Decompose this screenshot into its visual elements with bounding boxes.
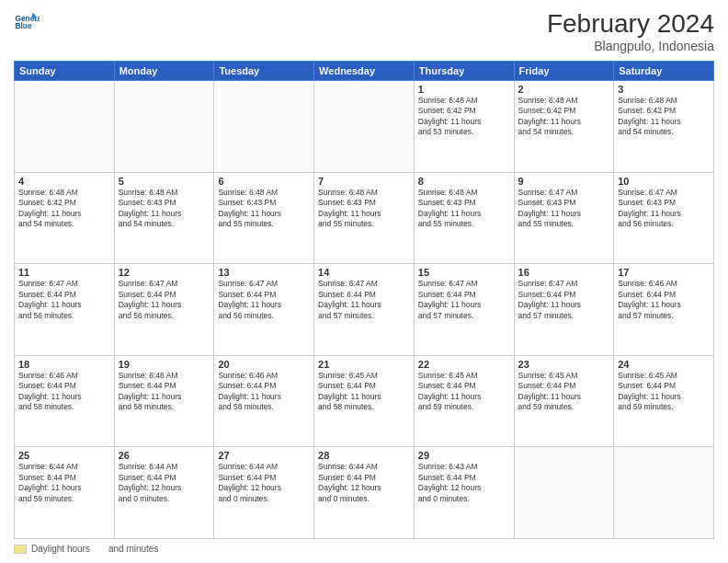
day-info: Sunrise: 6:48 AM Sunset: 6:43 PM Dayligh… <box>119 188 210 230</box>
calendar-cell: 29Sunrise: 6:43 AM Sunset: 6:44 PM Dayli… <box>414 447 514 539</box>
day-number: 9 <box>518 176 610 187</box>
week-row-4: 25Sunrise: 6:44 AM Sunset: 6:44 PM Dayli… <box>15 447 714 539</box>
calendar-cell <box>314 81 415 173</box>
day-info: Sunrise: 6:45 AM Sunset: 6:44 PM Dayligh… <box>618 371 710 413</box>
calendar-cell: 11Sunrise: 6:47 AM Sunset: 6:44 PM Dayli… <box>15 264 115 356</box>
col-header-sunday: Sunday <box>15 62 115 81</box>
day-number: 4 <box>18 176 110 187</box>
day-number: 21 <box>318 359 410 370</box>
day-info: Sunrise: 6:44 AM Sunset: 6:44 PM Dayligh… <box>218 462 310 504</box>
col-header-thursday: Thursday <box>414 62 514 81</box>
calendar-cell: 9Sunrise: 6:47 AM Sunset: 6:43 PM Daylig… <box>514 172 614 264</box>
day-number: 26 <box>119 450 210 461</box>
day-number: 7 <box>318 176 410 187</box>
day-number: 29 <box>418 450 510 461</box>
day-info: Sunrise: 6:47 AM Sunset: 6:44 PM Dayligh… <box>18 279 110 321</box>
day-number: 22 <box>418 359 510 370</box>
day-info: Sunrise: 6:43 AM Sunset: 6:44 PM Dayligh… <box>418 462 510 504</box>
day-info: Sunrise: 6:48 AM Sunset: 6:42 PM Dayligh… <box>618 96 710 138</box>
calendar-cell: 24Sunrise: 6:45 AM Sunset: 6:44 PM Dayli… <box>614 355 714 447</box>
day-info: Sunrise: 6:46 AM Sunset: 6:44 PM Dayligh… <box>119 371 210 413</box>
calendar-cell <box>15 81 115 173</box>
calendar-cell: 20Sunrise: 6:46 AM Sunset: 6:44 PM Dayli… <box>214 355 314 447</box>
calendar-cell <box>514 447 614 539</box>
legend-box-daylight <box>14 545 27 554</box>
day-info: Sunrise: 6:47 AM Sunset: 6:44 PM Dayligh… <box>119 279 210 321</box>
day-info: Sunrise: 6:47 AM Sunset: 6:44 PM Dayligh… <box>418 279 510 321</box>
calendar-cell: 13Sunrise: 6:47 AM Sunset: 6:44 PM Dayli… <box>214 264 314 356</box>
calendar-cell: 10Sunrise: 6:47 AM Sunset: 6:43 PM Dayli… <box>614 172 714 264</box>
calendar-cell <box>114 81 214 173</box>
day-info: Sunrise: 6:44 AM Sunset: 6:44 PM Dayligh… <box>18 462 110 504</box>
calendar-cell: 4Sunrise: 6:48 AM Sunset: 6:42 PM Daylig… <box>15 172 115 264</box>
day-number: 28 <box>318 450 410 461</box>
day-info: Sunrise: 6:48 AM Sunset: 6:43 PM Dayligh… <box>318 188 410 230</box>
calendar-cell <box>214 81 314 173</box>
calendar-header-row: SundayMondayTuesdayWednesdayThursdayFrid… <box>15 62 714 81</box>
day-number: 18 <box>18 359 110 370</box>
month-year-title: February 2024 <box>547 9 714 39</box>
day-number: 3 <box>618 84 710 95</box>
col-header-friday: Friday <box>514 62 614 81</box>
day-number: 11 <box>18 267 110 278</box>
day-info: Sunrise: 6:46 AM Sunset: 6:44 PM Dayligh… <box>618 279 710 321</box>
day-number: 19 <box>119 359 210 370</box>
calendar-cell: 25Sunrise: 6:44 AM Sunset: 6:44 PM Dayli… <box>15 447 115 539</box>
day-info: Sunrise: 6:47 AM Sunset: 6:43 PM Dayligh… <box>518 188 610 230</box>
day-info: Sunrise: 6:47 AM Sunset: 6:44 PM Dayligh… <box>518 279 610 321</box>
day-info: Sunrise: 6:48 AM Sunset: 6:42 PM Dayligh… <box>418 96 510 138</box>
calendar-cell: 12Sunrise: 6:47 AM Sunset: 6:44 PM Dayli… <box>114 264 214 356</box>
calendar-cell: 2Sunrise: 6:48 AM Sunset: 6:42 PM Daylig… <box>514 81 614 173</box>
legend: Daylight hours and minutes <box>14 544 714 554</box>
calendar-cell: 21Sunrise: 6:45 AM Sunset: 6:44 PM Dayli… <box>314 355 415 447</box>
calendar-cell: 1Sunrise: 6:48 AM Sunset: 6:42 PM Daylig… <box>414 81 514 173</box>
day-number: 17 <box>618 267 710 278</box>
day-info: Sunrise: 6:46 AM Sunset: 6:44 PM Dayligh… <box>18 371 110 413</box>
day-info: Sunrise: 6:47 AM Sunset: 6:44 PM Dayligh… <box>318 279 410 321</box>
col-header-monday: Monday <box>114 62 214 81</box>
day-number: 20 <box>218 359 310 370</box>
day-info: Sunrise: 6:48 AM Sunset: 6:42 PM Dayligh… <box>18 188 110 230</box>
calendar-cell: 17Sunrise: 6:46 AM Sunset: 6:44 PM Dayli… <box>614 264 714 356</box>
calendar-cell: 18Sunrise: 6:46 AM Sunset: 6:44 PM Dayli… <box>15 355 115 447</box>
calendar-cell: 6Sunrise: 6:48 AM Sunset: 6:43 PM Daylig… <box>214 172 314 264</box>
day-info: Sunrise: 6:46 AM Sunset: 6:44 PM Dayligh… <box>218 371 310 413</box>
day-number: 12 <box>119 267 210 278</box>
day-number: 10 <box>618 176 710 187</box>
calendar-cell: 7Sunrise: 6:48 AM Sunset: 6:43 PM Daylig… <box>314 172 415 264</box>
day-number: 23 <box>518 359 610 370</box>
col-header-wednesday: Wednesday <box>314 62 415 81</box>
title-block: February 2024 Blangpulo, Indonesia <box>547 9 714 53</box>
day-number: 1 <box>418 84 510 95</box>
day-number: 16 <box>518 267 610 278</box>
day-info: Sunrise: 6:44 AM Sunset: 6:44 PM Dayligh… <box>119 462 210 504</box>
logo: General Blue <box>14 9 40 35</box>
day-info: Sunrise: 6:47 AM Sunset: 6:44 PM Dayligh… <box>218 279 310 321</box>
day-info: Sunrise: 6:48 AM Sunset: 6:43 PM Dayligh… <box>418 188 510 230</box>
calendar-cell: 26Sunrise: 6:44 AM Sunset: 6:44 PM Dayli… <box>114 447 214 539</box>
day-number: 6 <box>218 176 310 187</box>
calendar-cell: 27Sunrise: 6:44 AM Sunset: 6:44 PM Dayli… <box>214 447 314 539</box>
calendar-cell: 14Sunrise: 6:47 AM Sunset: 6:44 PM Dayli… <box>314 264 415 356</box>
day-number: 8 <box>418 176 510 187</box>
day-info: Sunrise: 6:48 AM Sunset: 6:42 PM Dayligh… <box>518 96 610 138</box>
col-header-saturday: Saturday <box>614 62 714 81</box>
day-number: 5 <box>119 176 210 187</box>
calendar-cell: 8Sunrise: 6:48 AM Sunset: 6:43 PM Daylig… <box>414 172 514 264</box>
day-number: 14 <box>318 267 410 278</box>
week-row-0: 1Sunrise: 6:48 AM Sunset: 6:42 PM Daylig… <box>15 81 714 173</box>
legend-daylight-label: Daylight hours <box>31 544 90 554</box>
day-info: Sunrise: 6:45 AM Sunset: 6:44 PM Dayligh… <box>518 371 610 413</box>
day-number: 24 <box>618 359 710 370</box>
day-info: Sunrise: 6:45 AM Sunset: 6:44 PM Dayligh… <box>318 371 410 413</box>
day-number: 13 <box>218 267 310 278</box>
day-number: 15 <box>418 267 510 278</box>
legend-item-daylight: Daylight hours <box>14 544 90 554</box>
week-row-3: 18Sunrise: 6:46 AM Sunset: 6:44 PM Dayli… <box>15 355 714 447</box>
calendar-table: SundayMondayTuesdayWednesdayThursdayFrid… <box>14 61 714 539</box>
day-number: 25 <box>18 450 110 461</box>
legend-item-minutes: and minutes <box>108 544 158 554</box>
calendar-cell: 15Sunrise: 6:47 AM Sunset: 6:44 PM Dayli… <box>414 264 514 356</box>
week-row-2: 11Sunrise: 6:47 AM Sunset: 6:44 PM Dayli… <box>15 264 714 356</box>
day-info: Sunrise: 6:48 AM Sunset: 6:43 PM Dayligh… <box>218 188 310 230</box>
